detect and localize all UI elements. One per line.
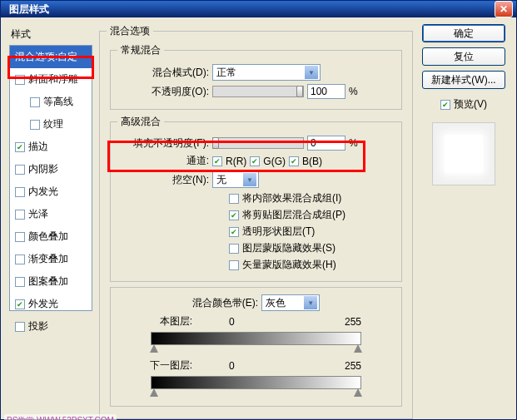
blend-options-group: 混合选项 常规混合 混合模式(D): 正常▼ 不透明度(O): 100 % xyxy=(99,24,413,419)
checkbox-icon[interactable] xyxy=(15,322,25,332)
style-satin[interactable]: 光泽 xyxy=(10,203,92,225)
blend-mode-select[interactable]: 正常▼ xyxy=(212,64,321,81)
window-title: 图层样式 xyxy=(4,2,49,17)
close-icon[interactable]: ✕ xyxy=(495,1,513,17)
general-blend-group: 常规混合 混合模式(D): 正常▼ 不透明度(O): 100 % xyxy=(110,43,402,110)
checkbox-icon[interactable] xyxy=(15,277,25,287)
opt-transparency-shapes-checkbox[interactable]: ✔ xyxy=(229,227,239,237)
advanced-blend-group: 高级混合 填充不透明度(F): 0 % 通道: ✔R(R) ✔G(G) ✔B(B… xyxy=(110,115,402,282)
checkbox-icon[interactable] xyxy=(15,254,25,264)
opacity-slider[interactable] xyxy=(212,86,304,97)
opt-blend-clipped-checkbox[interactable]: ✔ xyxy=(229,210,239,220)
style-texture[interactable]: 纹理 xyxy=(10,113,92,136)
style-contour[interactable]: 等高线 xyxy=(10,91,92,113)
chevron-down-icon: ▼ xyxy=(304,296,317,309)
opacity-value[interactable]: 100 xyxy=(307,84,345,99)
blend-if-select[interactable]: 灰色▼ xyxy=(261,294,320,311)
opt-layer-mask-hides-checkbox[interactable] xyxy=(229,244,239,254)
checkbox-icon[interactable] xyxy=(15,210,25,220)
new-style-button[interactable]: 新建样式(W)... xyxy=(422,71,505,89)
style-pattern-overlay[interactable]: 图案叠加 xyxy=(10,270,92,293)
knockout-label: 挖空(N): xyxy=(117,173,209,187)
style-list: 混合选项:自定 斜面和浮雕 等高线 纹理 ✔描边 内阴影 内发光 光泽 颜色叠加… xyxy=(9,45,92,311)
preview-checkbox[interactable]: ✔ xyxy=(440,100,450,110)
styles-header: 样式 xyxy=(9,24,92,45)
checkbox-icon[interactable] xyxy=(15,232,25,242)
fill-opacity-slider[interactable] xyxy=(212,137,304,149)
style-inner-shadow[interactable]: 内阴影 xyxy=(10,158,92,180)
checkbox-icon[interactable] xyxy=(30,97,40,107)
channels-label: 通道: xyxy=(117,154,209,168)
checkbox-icon[interactable]: ✔ xyxy=(15,142,25,152)
chevron-down-icon: ▼ xyxy=(243,173,256,186)
checkbox-icon[interactable] xyxy=(15,75,25,85)
checkbox-icon[interactable] xyxy=(30,120,40,130)
checkbox-icon[interactable] xyxy=(15,165,25,175)
watermark: PS学堂 WWW.52PSXT.COM xyxy=(4,414,117,420)
blend-options-title: 混合选项 xyxy=(107,24,153,38)
opt-blend-interior-checkbox[interactable] xyxy=(229,194,239,204)
knockout-select[interactable]: 无▼ xyxy=(212,171,259,188)
blend-if-label: 混合颜色带(E): xyxy=(192,296,258,310)
preview-thumbnail xyxy=(432,122,495,185)
channel-b-checkbox[interactable]: ✔ xyxy=(289,156,299,166)
checkbox-icon[interactable]: ✔ xyxy=(15,299,25,309)
fill-opacity-value[interactable]: 0 xyxy=(307,136,345,151)
fill-opacity-label: 填充不透明度(F): xyxy=(117,136,209,151)
this-layer-slider[interactable] xyxy=(151,332,361,345)
underlying-layer-label: 下一图层: xyxy=(117,358,192,373)
channel-r-checkbox[interactable]: ✔ xyxy=(212,156,222,166)
style-gradient-overlay[interactable]: 渐变叠加 xyxy=(10,248,92,270)
style-blend-options[interactable]: 混合选项:自定 xyxy=(10,46,92,68)
checkbox-icon[interactable] xyxy=(15,187,25,197)
ok-button[interactable]: 确定 xyxy=(422,24,505,42)
style-stroke[interactable]: ✔描边 xyxy=(10,136,92,158)
chevron-down-icon: ▼ xyxy=(305,66,318,79)
style-outer-glow[interactable]: ✔外发光 xyxy=(10,293,92,315)
opacity-label: 不透明度(O): xyxy=(117,85,209,99)
cancel-button[interactable]: 复位 xyxy=(422,47,505,66)
style-drop-shadow[interactable]: 投影 xyxy=(10,315,92,338)
blend-if-group: 混合颜色带(E): 灰色▼ 本图层: 0255 下一图层: 0255 xyxy=(110,287,402,407)
style-color-overlay[interactable]: 颜色叠加 xyxy=(10,225,92,248)
titlebar: 图层样式 ✕ xyxy=(1,1,516,17)
this-layer-label: 本图层: xyxy=(117,314,192,329)
style-bevel[interactable]: 斜面和浮雕 xyxy=(10,68,92,91)
underlying-layer-slider[interactable] xyxy=(151,376,361,389)
channel-g-checkbox[interactable]: ✔ xyxy=(250,156,260,166)
opt-vector-mask-hides-checkbox[interactable] xyxy=(229,260,239,270)
blend-mode-label: 混合模式(D): xyxy=(117,66,209,80)
style-inner-glow[interactable]: 内发光 xyxy=(10,180,92,203)
